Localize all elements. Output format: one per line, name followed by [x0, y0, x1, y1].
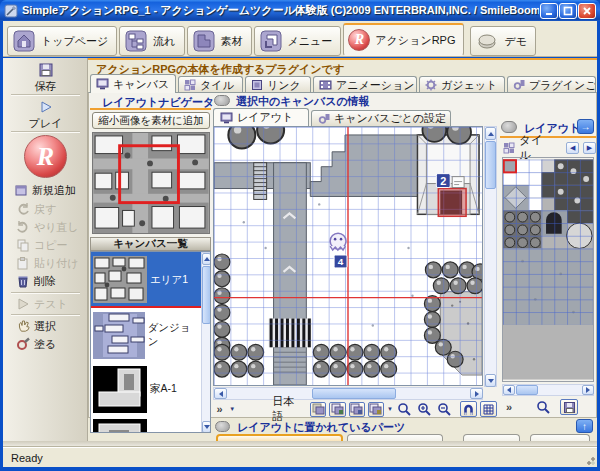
zoom-fit-button[interactable] — [396, 402, 413, 417]
panel-expand-right-button[interactable]: → — [577, 119, 594, 134]
tab-label: デモ — [504, 34, 527, 49]
canvas-hscrollbar[interactable] — [213, 387, 483, 400]
plugin-tab-gadget[interactable]: ガジェット — [419, 76, 505, 93]
delete-label: 削除 — [34, 274, 56, 289]
flow-icon — [124, 29, 148, 53]
tab-top-page[interactable]: トップページ — [7, 26, 117, 56]
tile-palette[interactable] — [502, 157, 594, 382]
command-sidebar: 保存 プレイ R 新規追加 戻す やり直し コピー 貼り付け — [3, 58, 88, 441]
plugin-tab-plugin-settings[interactable]: プラグインごとの設定 — [507, 76, 596, 93]
tiles-icon — [184, 79, 196, 91]
panel-knob[interactable] — [215, 421, 230, 432]
snap-magnet-toggle[interactable] — [460, 401, 477, 417]
canvas-list-item-house-a1[interactable]: 家A-1 — [91, 363, 201, 415]
palette-next-button[interactable]: ▶ — [583, 142, 596, 154]
paint-tool-button[interactable]: 塗る — [3, 336, 88, 352]
close-button[interactable] — [578, 3, 596, 19]
scroll-left-button[interactable] — [503, 385, 515, 395]
scroll-up-button[interactable] — [485, 127, 496, 140]
canvas-thumbnail — [93, 312, 145, 359]
paste-icon — [16, 256, 30, 270]
save-button[interactable]: 保存 — [3, 62, 88, 94]
info-tab-layout[interactable]: レイアウト — [213, 108, 309, 126]
plugin-tab-canvas[interactable]: キャンバス — [90, 74, 176, 93]
scroll-thumb[interactable] — [202, 266, 211, 324]
scroll-down-button[interactable] — [485, 374, 496, 387]
palette-prev-button[interactable]: ◀ — [566, 142, 579, 154]
divider — [11, 314, 80, 316]
maximize-button[interactable] — [559, 3, 577, 19]
undo-label: 戻す — [34, 202, 56, 217]
minimize-button[interactable] — [540, 3, 558, 19]
panel-expand-up-button[interactable]: ↑ — [576, 419, 593, 433]
scroll-thumb[interactable] — [485, 141, 496, 189]
caret-down-icon[interactable]: ▼ — [387, 406, 393, 412]
scroll-up-button[interactable] — [202, 253, 211, 265]
map-edit-canvas[interactable]: 2 4 — [213, 126, 483, 386]
tab-material[interactable]: 素材 — [187, 26, 252, 56]
palette-zoom-button[interactable] — [534, 400, 552, 415]
info-tab-canvas-settings[interactable]: キャンバスごとの設定 — [311, 110, 451, 126]
zoom-out-button[interactable] — [436, 402, 453, 417]
scroll-right-button[interactable] — [470, 388, 483, 399]
canvas-list-item-dungeon[interactable]: ダンジョン — [91, 309, 201, 361]
resize-grip[interactable] — [583, 453, 595, 465]
layer-toggle-4[interactable] — [368, 402, 384, 417]
zoom-in-button[interactable] — [416, 402, 433, 417]
main-toolbar: トップページ 流れ 素材 メニュー R アクションRPG デモ — [3, 21, 597, 57]
new-add-button[interactable]: 新規追加 — [3, 182, 88, 198]
scroll-down-button[interactable] — [202, 421, 211, 433]
scroll-left-button[interactable] — [214, 388, 227, 399]
plugin-tab-tile[interactable]: タイル — [178, 76, 243, 93]
tab-menu[interactable]: メニュー — [254, 26, 342, 56]
material-icon — [192, 29, 216, 53]
scroll-right-button[interactable] — [582, 385, 594, 395]
canvas-list-item-kaifukuya[interactable]: 回復屋-1 — [91, 417, 201, 433]
tab-action-rpg[interactable]: R アクションRPG — [343, 23, 464, 56]
plugin-logo: R — [24, 135, 67, 178]
paste-label: 貼り付け — [34, 256, 79, 271]
grid-toggle[interactable] — [480, 401, 497, 417]
canvas-vscrollbar[interactable] — [484, 126, 497, 387]
layout-navigator-minimap[interactable] — [92, 132, 210, 234]
canvas-list-scrollbar[interactable] — [201, 252, 211, 433]
plugin-tab-link[interactable]: リンク — [245, 76, 311, 93]
paint-icon — [16, 337, 30, 351]
tab-label: ガジェット — [441, 78, 497, 93]
canvas-name: エリア1 — [150, 273, 188, 287]
play-button[interactable]: プレイ — [3, 99, 88, 131]
tab-flow[interactable]: 流れ — [119, 26, 184, 56]
layer-toggle-2[interactable] — [329, 402, 345, 417]
select-tool-button[interactable]: 選択 — [3, 318, 88, 334]
test-play-icon — [16, 297, 30, 311]
tab-label: プラグインごとの設定 — [529, 78, 596, 93]
canvas-list-item-area1[interactable]: エリア1 — [91, 252, 201, 307]
caret-down-icon[interactable]: ▼ — [229, 406, 235, 412]
panel-knob[interactable] — [214, 95, 230, 106]
panel-knob[interactable] — [501, 121, 517, 133]
palette-save-button[interactable] — [560, 399, 578, 415]
tab-demo[interactable]: デモ — [470, 26, 536, 56]
title-bar[interactable]: SimpleアクションRPG_1 - アクションゲームツクール体験版 (C)20… — [0, 0, 600, 21]
add-thumbnail-button[interactable]: 縮小画像を素材に追加 — [92, 112, 210, 129]
toolbar-overflow-button[interactable]: » — [213, 403, 226, 415]
paint-label: 塗る — [34, 337, 56, 352]
scroll-thumb[interactable] — [312, 388, 396, 399]
palette-overflow-button[interactable]: » — [502, 401, 516, 413]
play-icon — [38, 99, 54, 115]
layer-toggle-1[interactable] — [310, 402, 326, 417]
delete-button[interactable]: 削除 — [3, 273, 88, 289]
palette-hscrollbar[interactable] — [502, 384, 594, 396]
tile-palette-tab[interactable]: タイル ◀ ▶ — [503, 140, 596, 155]
gadget-marker-spawn: 4 — [334, 255, 347, 268]
canvas-thumbnail — [93, 256, 147, 303]
status-text: Ready — [11, 452, 43, 464]
layer-toggle-3[interactable] — [349, 402, 365, 417]
scroll-thumb[interactable] — [516, 385, 538, 395]
plugin-tab-animation[interactable]: アニメーション — [313, 76, 417, 93]
divider — [11, 94, 80, 96]
app-icon — [4, 4, 18, 18]
monitor-icon — [220, 112, 233, 124]
hand-icon — [16, 319, 30, 333]
app-window: SimpleアクションRPG_1 - アクションゲームツクール体験版 (C)20… — [0, 0, 600, 471]
